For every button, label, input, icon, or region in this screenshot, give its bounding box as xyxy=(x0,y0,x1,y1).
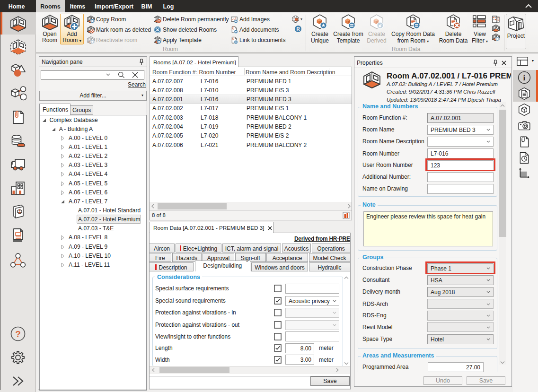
svg-text:?: ? xyxy=(15,329,21,339)
svg-text:i: i xyxy=(523,73,526,82)
svg-text:R: R xyxy=(296,26,300,32)
